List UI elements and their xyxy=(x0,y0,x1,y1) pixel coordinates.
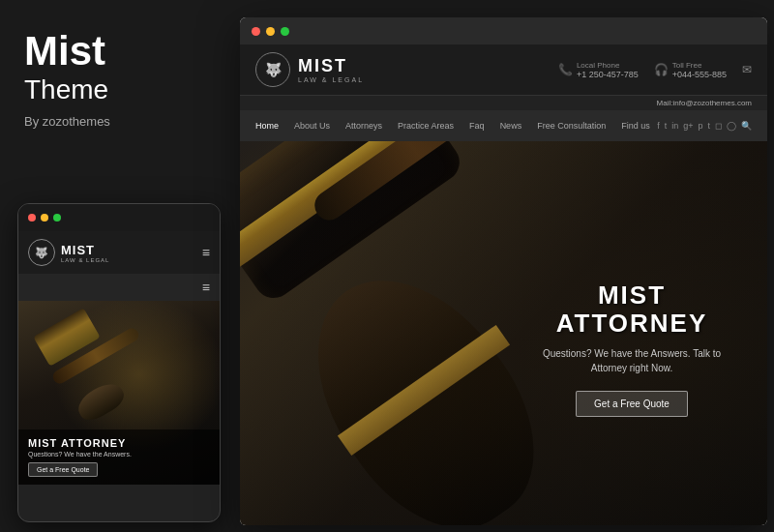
nav-faq[interactable]: Faq xyxy=(469,121,485,131)
nav-consultation[interactable]: Free Consultation xyxy=(537,121,606,131)
pinterest-icon[interactable]: p xyxy=(698,121,702,131)
nav-news[interactable]: News xyxy=(500,121,522,131)
theme-name: Mist xyxy=(24,29,213,74)
mobile-hamburger-icon[interactable]: ≡ xyxy=(202,245,210,260)
desktop-preview: 🐺 MIST LAW & LEGAL 📞 Local Phone +1 250-… xyxy=(240,17,767,525)
facebook-icon[interactable]: f xyxy=(657,121,660,131)
search-icon[interactable]: 🔍 xyxy=(741,121,752,131)
mobile-dot-red xyxy=(28,214,36,222)
desktop-browser-bar xyxy=(240,17,767,44)
email-icon: ✉ xyxy=(742,63,752,76)
mobile-logo-tagline: LAW & LEGAL xyxy=(61,257,109,263)
local-phone-info: Local Phone +1 250-457-785 xyxy=(577,61,639,79)
toll-free-info: Toll Free +044-555-885 xyxy=(672,61,727,79)
mobile-preview: 🐺 MIST LAW & LEGAL ≡ ≡ MIST ATTORNEY Que… xyxy=(17,203,221,522)
header-contact-area: 📞 Local Phone +1 250-457-785 🎧 Toll Free… xyxy=(558,61,752,79)
site-logo-area: 🐺 MIST LAW & LEGAL xyxy=(255,52,364,87)
headset-icon: 🎧 xyxy=(654,63,669,76)
hero-title: MIST ATTORNEY xyxy=(525,281,738,337)
theme-author: By zozothemes xyxy=(24,114,213,129)
mobile-logo: 🐺 MIST LAW & LEGAL xyxy=(28,239,109,266)
mobile-hero-overlay: MIST ATTORNEY Questions? We have the Ans… xyxy=(18,429,220,485)
vimeo-icon[interactable]: ◯ xyxy=(727,121,736,131)
toll-free-item: 🎧 Toll Free +044-555-885 xyxy=(654,61,727,79)
wolf-logo-icon: 🐺 xyxy=(255,52,290,87)
desktop-dot-yellow xyxy=(266,27,275,36)
email-text: Mail:info@zozothemes.com xyxy=(657,99,752,107)
mobile-site-header: 🐺 MIST LAW & LEGAL ≡ xyxy=(18,231,220,274)
local-phone-number: +1 250-457-785 xyxy=(577,70,639,79)
mobile-hero: MIST ATTORNEY Questions? We have the Ans… xyxy=(18,301,220,485)
nav-practice[interactable]: Practice Areas xyxy=(398,121,454,131)
mobile-menu-icon-2[interactable]: ≡ xyxy=(202,280,210,295)
mobile-cta-button[interactable]: Get a Free Quote xyxy=(28,462,98,477)
mobile-wolf-icon: 🐺 xyxy=(28,239,55,266)
mobile-dot-yellow xyxy=(41,214,48,222)
theme-title-block: Mist Theme By zozothemes xyxy=(24,29,213,129)
site-logo-name: MIST xyxy=(298,56,364,76)
site-header: 🐺 MIST LAW & LEGAL 📞 Local Phone +1 250-… xyxy=(240,44,767,110)
toll-free-label: Toll Free xyxy=(672,61,727,70)
instagram-icon[interactable]: ◻ xyxy=(715,121,722,131)
hero-text-area: MIST ATTORNEY Questions? We have the Ans… xyxy=(525,281,738,417)
mobile-logo-text-area: MIST LAW & LEGAL xyxy=(61,243,109,263)
gplus-icon[interactable]: g+ xyxy=(683,121,693,131)
nav-home[interactable]: Home xyxy=(255,121,279,131)
twitter-icon[interactable]: t xyxy=(665,121,668,131)
site-logo-text: MIST LAW & LEGAL xyxy=(298,56,364,83)
site-hero: MIST ATTORNEY Questions? We have the Ans… xyxy=(240,141,767,525)
nav-links: Home About Us Attorneys Practice Areas F… xyxy=(255,121,650,131)
local-phone-item: 📞 Local Phone +1 250-457-785 xyxy=(558,61,639,79)
site-nav: Home About Us Attorneys Practice Areas F… xyxy=(240,110,767,141)
mobile-dot-green xyxy=(53,214,61,222)
theme-subtitle: Theme xyxy=(24,74,213,106)
desktop-dot-green xyxy=(281,27,289,36)
nav-about[interactable]: About Us xyxy=(294,121,330,131)
nav-social-icons: f t in g+ p t ◻ ◯ 🔍 xyxy=(657,121,752,131)
email-bar: Mail:info@zozothemes.com xyxy=(240,96,767,110)
site-logo-tagline: LAW & LEGAL xyxy=(298,76,364,83)
tumblr-icon[interactable]: t xyxy=(707,121,710,131)
phone-icon: 📞 xyxy=(558,63,573,76)
local-phone-label: Local Phone xyxy=(577,61,639,70)
desktop-dot-red xyxy=(252,27,260,36)
toll-free-number: +044-555-885 xyxy=(672,70,727,79)
mobile-sub-nav: ≡ xyxy=(18,274,220,301)
hero-subtitle: Questions? We have the Answers. Talk to … xyxy=(525,346,738,375)
hero-cta-button[interactable]: Get a Free Quote xyxy=(576,391,688,417)
nav-attorneys[interactable]: Attorneys xyxy=(345,121,382,131)
mobile-hero-subtitle: Questions? We have the Answers. xyxy=(28,451,210,458)
mobile-browser-bar xyxy=(18,204,220,231)
site-header-top: 🐺 MIST LAW & LEGAL 📞 Local Phone +1 250-… xyxy=(240,44,767,96)
mobile-logo-name: MIST xyxy=(61,243,109,257)
nav-findus[interactable]: Find us xyxy=(621,121,650,131)
mobile-hero-title: MIST ATTORNEY xyxy=(28,437,210,449)
linkedin-icon[interactable]: in xyxy=(671,121,678,131)
